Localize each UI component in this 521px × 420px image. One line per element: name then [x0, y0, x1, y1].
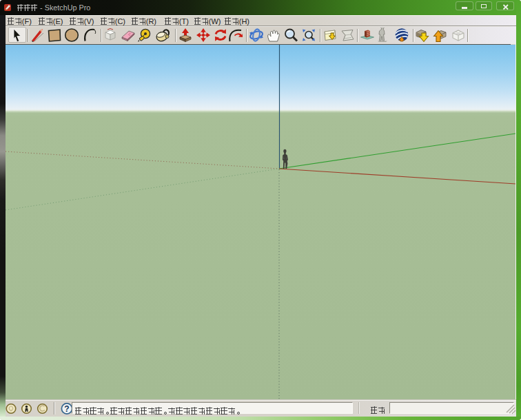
svg-text:?: ?	[64, 404, 69, 414]
